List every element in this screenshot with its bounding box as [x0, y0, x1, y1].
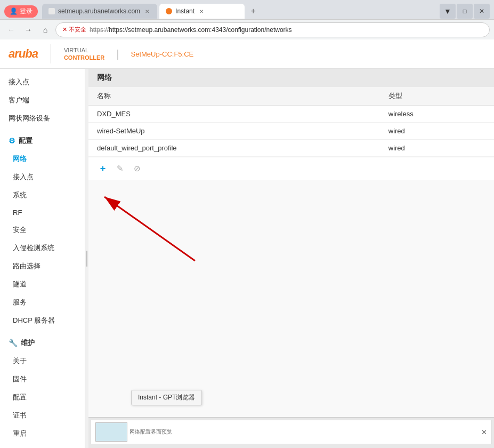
sidebar-item-system[interactable]: 系统	[0, 186, 85, 204]
login-label: 登录	[20, 7, 33, 16]
delete-network-button[interactable]: ⊘	[131, 163, 143, 174]
table-actions: + ✎ ⊘	[88, 157, 494, 180]
virtual-line2: CONTROLLER	[64, 54, 104, 61]
inactive-tab[interactable]: setmeup.arubanetworks.com ✕	[42, 4, 157, 19]
sidebar-item-label: 路由选择	[13, 261, 41, 271]
sidebar-item-label: 重启	[13, 429, 27, 438]
active-tab[interactable]: Instant ✕	[159, 4, 245, 19]
sidebar-item-mesh[interactable]: 网状网络设备	[0, 109, 85, 127]
insecure-text: 不安全	[69, 26, 86, 34]
aruba-logo-text: aruba	[9, 47, 38, 61]
row-name: DXD_MES	[97, 110, 388, 118]
add-network-button[interactable]: +	[97, 163, 109, 174]
gear-icon: ⚙	[9, 137, 15, 145]
sidebar-maintenance-header[interactable]: 🔧 维护	[0, 334, 85, 352]
sidebar-item-label: RF	[13, 209, 22, 217]
inactive-tab-close[interactable]: ✕	[143, 7, 151, 15]
virtual-line1: VIRTUAL	[64, 46, 104, 54]
sidebar-item-clients[interactable]: 客户端	[0, 91, 85, 109]
sidebar-item-label: 接入点	[13, 172, 34, 182]
close-button[interactable]: ✕	[474, 4, 490, 19]
sidebar-item-access-points[interactable]: 接入点	[0, 73, 85, 91]
header-divider	[51, 44, 51, 63]
forward-button[interactable]: →	[21, 23, 35, 37]
sidebar-item-label: 配置	[13, 393, 27, 402]
content-wrapper: 网络 名称 类型 DXD_MES wireless wired-Set	[88, 69, 494, 180]
sidebar-item-label: 系统	[13, 190, 27, 200]
column-type-header: 类型	[388, 91, 485, 101]
url-prefix: https://	[90, 26, 109, 34]
sidebar-item-label: 安全	[13, 225, 27, 235]
sidebar-item-label: 隧道	[13, 279, 27, 289]
red-arrow-svg	[88, 181, 248, 287]
active-tab-close[interactable]: ✕	[198, 7, 205, 15]
row-name: wired-SetMeUp	[97, 127, 388, 135]
app-container: aruba VIRTUAL CONTROLLER | SetMeUp-CC:F5…	[0, 39, 494, 448]
aruba-logo: aruba	[9, 47, 38, 61]
new-tab-button[interactable]: +	[247, 5, 260, 18]
sidebar-item-restart[interactable]: 重启	[0, 425, 85, 443]
tooltip-text: Instant - GPT浏览器	[138, 394, 195, 401]
sidebar-item-routing[interactable]: 路由选择	[0, 257, 85, 275]
section-header: 网络	[88, 69, 494, 87]
tab-bar: 👤 登录 setmeup.arubanetworks.com ✕ Instant…	[0, 0, 494, 19]
inactive-tab-favicon	[48, 8, 55, 14]
home-button[interactable]: ⌂	[38, 23, 52, 37]
sidebar-item-firmware[interactable]: 固件	[0, 370, 85, 388]
security-badge: ✕ 不安全	[62, 26, 86, 34]
sidebar-item-config-sub[interactable]: 配置	[0, 388, 85, 406]
sidebar-config-header[interactable]: ⚙ 配置	[0, 132, 85, 150]
header-separator: |	[116, 48, 119, 60]
tooltip: Instant - GPT浏览器	[131, 390, 202, 405]
preview-close-button[interactable]: ✕	[481, 428, 487, 436]
table-row[interactable]: DXD_MES wireless	[88, 106, 494, 123]
maximize-button[interactable]: □	[457, 4, 473, 19]
wrench-icon: 🔧	[9, 339, 18, 347]
row-type: wired	[388, 144, 485, 152]
sidebar-item-rf[interactable]: RF	[0, 204, 85, 221]
login-icon: 👤	[10, 7, 18, 15]
sidebar-item-tunnel[interactable]: 隧道	[0, 275, 85, 293]
preview-text: 网络配置界面预览	[129, 428, 172, 436]
back-button[interactable]: ←	[4, 23, 18, 37]
preview-content: 网络配置界面预览 ✕	[91, 420, 492, 444]
main-content: 网络 名称 类型 DXD_MES wireless wired-Set	[88, 69, 494, 448]
svg-line-1	[104, 197, 195, 261]
row-type: wired	[388, 127, 485, 135]
table-row[interactable]: default_wired_port_profile wired	[88, 140, 494, 157]
sidebar-item-label: DHCP 服务器	[13, 316, 55, 325]
sidebar-item-dhcp[interactable]: DHCP 服务器	[0, 311, 85, 330]
sidebar-item-about[interactable]: 关于	[0, 352, 85, 370]
sidebar-item-label: 关于	[13, 356, 27, 366]
sidebar-item-cert[interactable]: 证书	[0, 406, 85, 425]
login-button[interactable]: 👤 登录	[4, 5, 38, 18]
minimize-button[interactable]: ▼	[440, 4, 456, 19]
sidebar-item-convert[interactable]: 转换	[0, 443, 85, 448]
row-type: wireless	[388, 110, 485, 118]
section-title: 网络	[97, 73, 112, 82]
sidebar-item-network[interactable]: 网络	[0, 150, 85, 168]
sidebar-item-label: 接入点	[9, 77, 29, 87]
sidebar-item-aps[interactable]: 接入点	[0, 168, 85, 186]
annotation-overlay	[88, 181, 248, 287]
url-full: https://setmeup.arubanetworks.com:4343/c…	[109, 26, 292, 34]
active-tab-favicon	[166, 8, 172, 14]
table-row[interactable]: wired-SetMeUp wired	[88, 123, 494, 140]
sidebar-item-label: 入侵检测系统	[13, 243, 54, 253]
preview-thumbnail	[95, 422, 127, 442]
sidebar-item-label: 服务	[13, 298, 27, 307]
sidebar: 接入点 客户端 网状网络设备 ⚙ 配置 网络 接入点 系统	[0, 69, 85, 448]
sidebar-item-label: 网络	[13, 154, 27, 164]
browser-chrome: 👤 登录 setmeup.arubanetworks.com ✕ Instant…	[0, 0, 494, 39]
edit-network-button[interactable]: ✎	[114, 163, 126, 174]
inactive-tab-label: setmeup.arubanetworks.com	[58, 7, 140, 15]
table-header: 名称 类型	[88, 87, 494, 106]
insecure-icon: ✕	[62, 26, 67, 33]
sidebar-item-ips[interactable]: 入侵检测系统	[0, 239, 85, 257]
sidebar-item-security[interactable]: 安全	[0, 221, 85, 239]
sidebar-item-label: 网状网络设备	[9, 114, 50, 123]
nav-bar: ← → ⌂ ✕ 不安全 https://https://setmeup.arub…	[0, 19, 494, 39]
sidebar-config-label: 配置	[19, 136, 33, 146]
address-bar[interactable]: ✕ 不安全 https://https://setmeup.arubanetwo…	[55, 22, 490, 37]
sidebar-item-service[interactable]: 服务	[0, 293, 85, 311]
